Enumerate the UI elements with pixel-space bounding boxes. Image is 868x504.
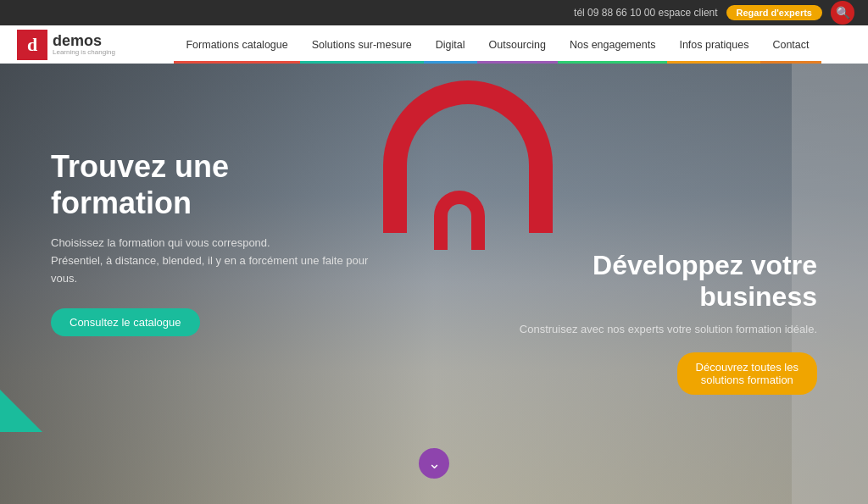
phone-text: tél 09 88 66 10 00 espace client [574, 7, 717, 19]
nav-item-formations[interactable]: Formations catalogue [174, 25, 299, 64]
hero-left-content: Trouvez une formation Choisissez la form… [51, 148, 373, 336]
nav-item-digital[interactable]: Digital [424, 25, 477, 64]
hero-right-title: Développez votre business [512, 250, 817, 313]
hero-section: Trouvez une formation Choisissez la form… [0, 64, 868, 504]
hero-description: Choisissez la formation qui vous corresp… [51, 235, 373, 287]
logo-icon [17, 30, 47, 60]
nav-item-infos[interactable]: Infos pratiques [667, 25, 760, 64]
logo-name: demos [53, 33, 115, 48]
logo-text: demos Learning is changing [53, 33, 115, 56]
hero-right-content: Développez votre business Construisez av… [512, 250, 817, 395]
hero-right-desc: Construisez avec nos experts votre solut… [512, 323, 817, 335]
logo[interactable]: demos Learning is changing [17, 30, 119, 60]
solutions-button[interactable]: Découvrez toutes les solutions formation [677, 352, 817, 395]
hero-main-title: Trouvez une formation [51, 148, 373, 221]
logo-tagline: Learning is changing [53, 48, 115, 56]
main-nav: demos Learning is changing Formations ca… [0, 25, 868, 64]
nav-links: Formations catalogue Solutions sur-mesur… [144, 25, 851, 64]
nav-item-engagements[interactable]: Nos engagements [558, 25, 667, 64]
nav-item-outsourcing[interactable]: Outsourcing [477, 25, 558, 64]
chevron-down-icon: ⌄ [428, 454, 441, 473]
triangle-decoration [0, 390, 42, 432]
experts-button[interactable]: Regard d'experts [726, 5, 822, 20]
hero-arch-small-decoration [434, 191, 485, 250]
nav-item-contact[interactable]: Contact [760, 25, 821, 64]
search-icon: 🔍 [836, 6, 850, 19]
catalogue-button[interactable]: Consultez le catalogue [51, 308, 200, 336]
search-icon-btn[interactable]: 🔍 [831, 1, 854, 25]
nav-item-solutions[interactable]: Solutions sur-mesure [300, 25, 424, 64]
top-bar: tél 09 88 66 10 00 espace client Regard … [0, 0, 868, 25]
scroll-down-button[interactable]: ⌄ [419, 448, 449, 479]
